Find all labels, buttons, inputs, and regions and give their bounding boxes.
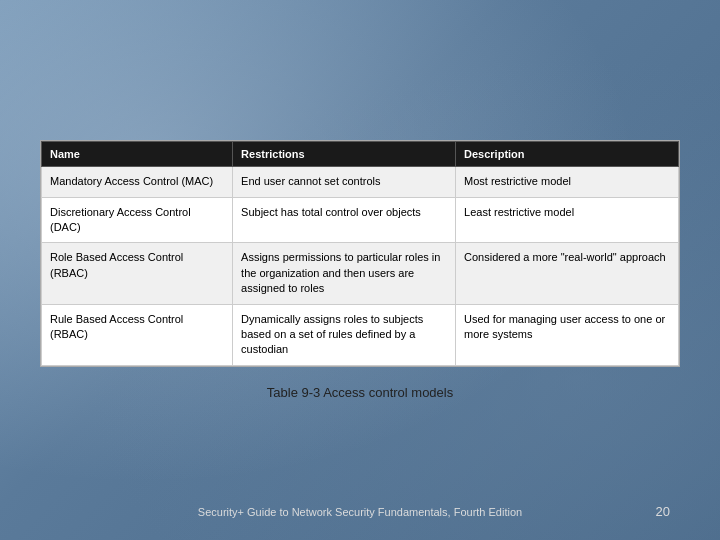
cell-description: Used for managing user access to one or … (456, 304, 679, 365)
cell-restrictions: Assigns permissions to particular roles … (233, 243, 456, 304)
cell-name: Mandatory Access Control (MAC) (42, 167, 233, 197)
footer-text: Security+ Guide to Network Security Fund… (198, 504, 522, 521)
table-caption: Table 9-3 Access control models (267, 385, 453, 400)
cell-restrictions: Subject has total control over objects (233, 197, 456, 243)
table-row: Role Based Access Control (RBAC)Assigns … (42, 243, 679, 304)
table-row: Rule Based Access Control (RBAC)Dynamica… (42, 304, 679, 365)
access-control-table-container: Name Restrictions Description Mandatory … (40, 140, 680, 367)
access-control-table: Name Restrictions Description Mandatory … (41, 141, 679, 366)
table-row: Mandatory Access Control (MAC)End user c… (42, 167, 679, 197)
cell-name: Discretionary Access Control (DAC) (42, 197, 233, 243)
cell-restrictions: End user cannot set controls (233, 167, 456, 197)
cell-description: Most restrictive model (456, 167, 679, 197)
header-name: Name (42, 142, 233, 167)
table-row: Discretionary Access Control (DAC)Subjec… (42, 197, 679, 243)
cell-description: Considered a more "real-world" approach (456, 243, 679, 304)
cell-restrictions: Dynamically assigns roles to subjects ba… (233, 304, 456, 365)
header-restrictions: Restrictions (233, 142, 456, 167)
page-number: 20 (656, 504, 670, 519)
cell-description: Least restrictive model (456, 197, 679, 243)
cell-name: Rule Based Access Control (RBAC) (42, 304, 233, 365)
footer: Security+ Guide to Network Security Fund… (0, 504, 720, 521)
header-description: Description (456, 142, 679, 167)
cell-name: Role Based Access Control (RBAC) (42, 243, 233, 304)
